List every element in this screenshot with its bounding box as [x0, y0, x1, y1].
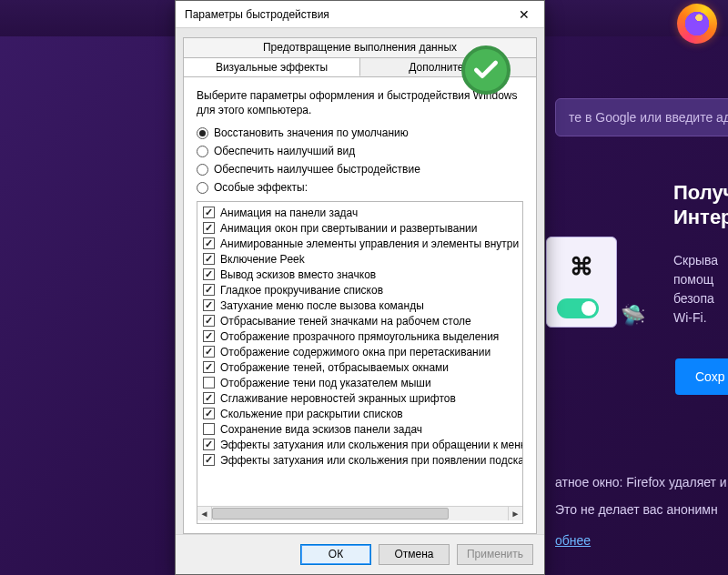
effect-item[interactable]: Отображение прозрачного прямоугольника в…: [197, 328, 522, 344]
effect-label: Эффекты затухания или скольжения при поя…: [220, 454, 522, 467]
checkbox-icon: [203, 253, 215, 265]
checkbox-icon: [203, 454, 215, 466]
effect-item[interactable]: Гладкое прокручивание списков: [197, 282, 522, 298]
rocket-icon: 🛸: [621, 304, 644, 328]
effect-label: Затухание меню после вызова команды: [220, 299, 424, 312]
radio-option-3[interactable]: Особые эффекты:: [197, 181, 523, 194]
ff-body-line3: безопа: [673, 289, 714, 308]
effect-label: Эффекты затухания или скольжения при обр…: [220, 439, 522, 451]
checkbox-icon: [203, 439, 215, 450]
effect-label: Отбрасывание теней значками на рабочем с…: [220, 315, 471, 328]
success-badge: [461, 45, 511, 95]
ff-body-line1: Скрыва: [673, 251, 718, 270]
effect-item[interactable]: Эффекты затухания или скольжения при поя…: [197, 452, 522, 468]
effects-list: Анимация на панели задачАнимация окон пр…: [197, 201, 523, 524]
effect-label: Сохранение вида эскизов панели задач: [220, 423, 422, 436]
effects-horizontal-scrollbar[interactable]: ◄ ►: [197, 506, 522, 520]
tab-visual-effects[interactable]: Визуальные эффекты: [184, 58, 360, 76]
checkbox-icon: [203, 268, 215, 280]
checkbox-icon: [203, 207, 215, 218]
checkbox-icon: [203, 361, 215, 373]
effect-label: Отображение теней, отбрасываемых окнами: [220, 361, 449, 374]
checkbox-icon: [203, 346, 215, 358]
effect-item[interactable]: Отображение теней, отбрасываемых окнами: [197, 359, 522, 375]
firefox-search-placeholder: те в Google или введите адр: [569, 110, 728, 125]
checkbox-icon: [203, 408, 215, 419]
checkbox-icon: [203, 237, 215, 249]
effect-label: Включение Peek: [220, 253, 305, 266]
firefox-search-field[interactable]: те в Google или введите адр: [555, 98, 728, 136]
effect-label: Анимация на панели задач: [220, 207, 358, 219]
effect-item[interactable]: Анимация на панели задач: [197, 205, 522, 220]
dialog-body: Предотвращение выполнения данных Визуаль…: [176, 28, 544, 534]
effect-item[interactable]: Сохранение вида эскизов панели задач: [197, 421, 522, 437]
tab-page-visual: Выберите параметры оформления и быстроде…: [183, 77, 537, 534]
effect-item[interactable]: Скольжение при раскрытии списков: [197, 406, 522, 421]
radio-label: Обеспечить наилучший вид: [214, 145, 355, 157]
ff-more-link[interactable]: обнее: [555, 531, 591, 550]
radio-label: Обеспечить наилучшее быстродействие: [214, 163, 420, 176]
effect-label: Гладкое прокручивание списков: [220, 284, 383, 297]
checkmark-icon: [471, 55, 500, 85]
scroll-left-arrow-icon[interactable]: ◄: [197, 507, 212, 520]
radio-icon: [197, 146, 208, 157]
checkbox-icon: [203, 222, 215, 234]
titlebar: Параметры быстродействия ✕: [176, 1, 544, 28]
apply-button[interactable]: Применить: [457, 544, 533, 565]
ff-body-line4: Wi-Fi.: [673, 308, 707, 328]
radio-icon: [197, 182, 208, 194]
firefox-logo-icon: [677, 4, 717, 44]
effect-label: Анимированные элементы управления и элем…: [220, 237, 522, 250]
scroll-track[interactable]: [212, 507, 508, 520]
effect-item[interactable]: Включение Peek: [197, 251, 522, 267]
checkbox-icon: [203, 330, 215, 342]
radio-label: Восстановить значения по умолчанию: [214, 126, 409, 139]
effect-label: Вывод эскизов вместо значков: [220, 268, 376, 281]
effect-item[interactable]: Отображение содержимого окна при перетас…: [197, 344, 522, 359]
ff-note-line1: атное окно: Firefox удаляет и: [555, 473, 727, 492]
close-icon: ✕: [519, 7, 530, 22]
ff-note-line2: Это не делает вас анонимн: [555, 500, 718, 520]
effect-item[interactable]: Эффекты затухания или скольжения при обр…: [197, 437, 522, 452]
radio-icon: [197, 164, 208, 176]
effect-item[interactable]: Анимированные элементы управления и элем…: [197, 236, 522, 251]
ok-button[interactable]: ОК: [300, 544, 371, 565]
ff-heading-line1: Получ: [673, 180, 728, 206]
ff-illustration-toggle: [557, 298, 599, 318]
effect-label: Отображение содержимого окна при перетас…: [220, 346, 490, 358]
network-icon: ⌘: [567, 252, 596, 281]
effect-item[interactable]: Затухание меню после вызова команды: [197, 298, 522, 313]
ff-body-line2: помощ: [673, 270, 713, 289]
effect-label: Сглаживание неровностей экранных шрифтов: [220, 392, 456, 405]
radio-icon: [197, 127, 208, 139]
effect-item[interactable]: Сглаживание неровностей экранных шрифтов: [197, 390, 522, 406]
scroll-right-arrow-icon[interactable]: ►: [508, 507, 522, 520]
effect-label: Отображение тени под указателем мыши: [220, 377, 431, 389]
ff-heading-line2: Интер: [673, 205, 728, 230]
cancel-button[interactable]: Отмена: [379, 544, 450, 565]
checkbox-icon: [203, 284, 215, 296]
effect-item[interactable]: Отображение тени под указателем мыши: [197, 375, 522, 390]
effect-item[interactable]: Отбрасывание теней значками на рабочем с…: [197, 313, 522, 328]
radio-option-2[interactable]: Обеспечить наилучшее быстродействие: [197, 163, 523, 176]
dialog-button-row: ОК Отмена Применить: [176, 534, 544, 574]
effect-item[interactable]: Вывод эскизов вместо значков: [197, 267, 522, 282]
checkbox-icon: [203, 315, 215, 327]
effect-item[interactable]: Анимация окон при свертывании и разверты…: [197, 220, 522, 236]
radio-group-mode: Восстановить значения по умолчаниюОбеспе…: [197, 126, 523, 194]
visual-effects-description: Выберите параметры оформления и быстроде…: [197, 88, 523, 117]
scroll-thumb[interactable]: [212, 508, 449, 520]
effect-label: Анимация окон при свертывании и разверты…: [220, 222, 477, 235]
effect-label: Скольжение при раскрытии списков: [220, 408, 403, 420]
checkbox-icon: [203, 423, 215, 435]
effect-label: Отображение прозрачного прямоугольника в…: [220, 330, 499, 343]
firefox-cta-button[interactable]: Сохр: [675, 358, 728, 395]
close-button[interactable]: ✕: [504, 1, 544, 28]
checkbox-icon: [203, 392, 215, 404]
radio-option-1[interactable]: Обеспечить наилучший вид: [197, 145, 523, 157]
checkbox-icon: [203, 299, 215, 311]
radio-label: Особые эффекты:: [214, 181, 308, 194]
firefox-cta-label: Сохр: [695, 369, 725, 384]
radio-option-0[interactable]: Восстановить значения по умолчанию: [197, 126, 523, 139]
checkbox-icon: [203, 377, 215, 388]
